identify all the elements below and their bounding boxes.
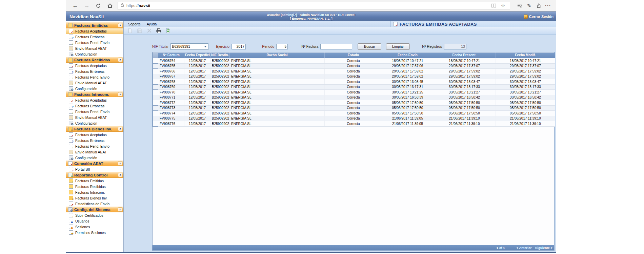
sidebar-item-facturas-emitidas[interactable]: ↑Facturas Emitidas (66, 178, 123, 184)
table-row[interactable]: FV90877212/05/2017B25902902ENERGIA SLCor… (153, 100, 555, 106)
row-selector[interactable] (153, 58, 158, 64)
row-selector[interactable] (153, 105, 158, 111)
column-header[interactable]: NIF Destin. (210, 52, 230, 58)
row-selector[interactable] (153, 74, 158, 79)
sidebar-item-subir-certificados[interactable]: ↑Subir Certificados (66, 212, 123, 218)
sidebar-item-facturas-aceptadas[interactable]: ✓Facturas Aceptadas (66, 97, 123, 103)
sidebar-item-permisos-sesiones[interactable]: ✦Permisos Sesiones (66, 230, 123, 235)
table-row[interactable]: FV90877412/05/2017B25902902ENERGIA SLCor… (153, 111, 555, 116)
share-icon[interactable] (534, 2, 543, 10)
column-header[interactable]: Razón Social (230, 52, 325, 58)
sidebar-item-env-o-manual-aeat[interactable]: ↓Envío Manual AEAT (66, 114, 123, 120)
sidebar-item-env-o-manual-aeat[interactable]: ↓Envío Manual AEAT (66, 45, 123, 51)
row-selector[interactable] (153, 121, 158, 127)
refresh-icon[interactable] (93, 1, 104, 10)
column-header[interactable]: Estado (325, 52, 382, 58)
row-selector[interactable] (153, 95, 158, 100)
sidebar-item-facturas-pend-env-o[interactable]: ↓Facturas Pend. Envío (66, 109, 123, 114)
sidebar-item-facturas-intracom-[interactable]: ↕Facturas Intracom. (66, 189, 123, 195)
sidebar-item-facturas-pend-env-o[interactable]: ↓Facturas Pend. Envío (66, 143, 123, 149)
collapse-section-icon[interactable]: « (118, 173, 122, 177)
nif-titular-select[interactable]: B62869391 (170, 43, 208, 50)
sidebar-item-configuraci-n[interactable]: ⚙Configuración (66, 155, 123, 161)
menu-soporte[interactable]: Soporte (125, 22, 144, 26)
sidebar-item-facturas-err-neas[interactable]: ?Facturas Erróneas (66, 34, 123, 40)
menu-ayuda[interactable]: Ayuda (144, 22, 160, 26)
sidebar-section-conexion-aeat[interactable]: ✕Conexión AEAT« (66, 161, 123, 166)
buscar-button[interactable]: Buscar (358, 43, 381, 50)
table-row[interactable]: FV90876812/05/2017B25902902ENERGIA SLCor… (153, 79, 555, 85)
row-selector[interactable] (153, 63, 158, 69)
sidebar-item-facturas-aceptadas[interactable]: ✓Facturas Aceptadas (66, 28, 123, 34)
row-selector[interactable] (153, 79, 158, 85)
sidebar-item-facturas-recibidas[interactable]: ↓Facturas Recibidas (66, 184, 123, 189)
home-icon[interactable] (104, 1, 116, 10)
table-row[interactable]: FV90877612/05/2017B25902902ENERGIA SLCor… (153, 121, 555, 127)
sidebar-item-facturas-err-neas[interactable]: ?Facturas Erróneas (66, 137, 123, 143)
sidebar-item-env-o-manual-aeat[interactable]: ↓Envío Manual AEAT (66, 80, 123, 86)
table-row[interactable]: FV90876612/05/2017B25902902ENERGIA SLCor… (153, 69, 555, 74)
sidebar-item-portal-sii[interactable]: ≡Portal SII (66, 166, 123, 172)
sidebar-item-configuraci-n[interactable]: ⚙Configuración (66, 51, 123, 57)
sidebar-item-facturas-err-neas[interactable]: ?Facturas Erróneas (66, 103, 123, 109)
hub-icon[interactable] (515, 2, 524, 10)
row-selector[interactable] (153, 90, 158, 95)
num-factura-input[interactable] (320, 44, 352, 49)
prev-page-button[interactable]: < Anterior (517, 246, 532, 250)
limpiar-button[interactable]: Limpiar (386, 43, 410, 50)
sidebar-item-facturas-aceptadas[interactable]: ✓Facturas Aceptadas (66, 132, 123, 137)
forward-icon[interactable]: → (81, 1, 93, 10)
refresh-button[interactable] (164, 27, 172, 34)
sidebar-item-facturas-pend-env-o[interactable]: ↓Facturas Pend. Envío (66, 40, 123, 45)
collapse-section-icon[interactable]: « (118, 161, 122, 166)
more-menu-icon[interactable]: ··· (543, 2, 553, 10)
row-selector[interactable] (153, 116, 158, 121)
periodo-input[interactable] (276, 44, 288, 49)
collapse-section-icon[interactable]: « (118, 207, 122, 212)
back-icon[interactable]: ← (69, 1, 81, 10)
row-selector[interactable] (153, 111, 158, 116)
sidebar-section-facturas-recibidas[interactable]: ↓Facturas Recibidas« (66, 57, 123, 63)
sidebar-section-facturas-emitidas[interactable]: ↑Facturas Emitidas« (66, 22, 123, 28)
logout-button[interactable]: → Cerrar Sesión (524, 15, 556, 19)
row-selector[interactable] (153, 84, 158, 90)
table-row[interactable]: FV90877012/05/2017B25902902ENERGIA SLCor… (153, 90, 555, 95)
sidebar-item-facturas-bienes-inv-[interactable]: ≡Facturas Bienes Inv. (66, 195, 123, 201)
column-header[interactable]: Fecha Envío (382, 52, 433, 58)
next-page-button[interactable]: Siguiente > (535, 246, 552, 250)
favorites-star-icon[interactable]: ☆ (498, 2, 508, 10)
print-button[interactable] (155, 27, 162, 34)
collapse-section-icon[interactable]: « (118, 58, 122, 62)
column-header[interactable]: Fecha Expedición (184, 52, 210, 58)
address-bar[interactable]: https://navsii ☆ (118, 2, 510, 10)
sidebar-item-usuarios[interactable]: ☻Usuarios (66, 218, 123, 224)
collapse-section-icon[interactable]: « (118, 23, 122, 27)
ejercicio-input[interactable] (232, 44, 246, 49)
sidebar-item-configuraci-n[interactable]: ⚙Configuración (66, 120, 123, 126)
table-row[interactable]: FV90876912/05/2017B25902902ENERGIA SLCor… (153, 84, 555, 90)
web-note-icon[interactable]: ✎ (524, 2, 534, 10)
table-row[interactable]: FV90877312/05/2017B25902902ENERGIA SLCor… (153, 105, 555, 111)
sidebar-item-sesiones[interactable]: ☻Sesiones (66, 224, 123, 230)
sidebar-section-reporting-control[interactable]: ●Reporting Control« (66, 172, 123, 178)
row-selector[interactable] (153, 69, 158, 74)
sidebar-item-configuraci-n[interactable]: ⚙Configuración (66, 86, 123, 91)
column-header[interactable]: Fecha Modif. (496, 52, 555, 58)
reading-view-icon[interactable] (489, 2, 498, 10)
sidebar-section-config-del-sistema[interactable]: ⚙Config. del Sistema« (66, 207, 123, 212)
sidebar-item-facturas-aceptadas[interactable]: ✓Facturas Aceptadas (66, 63, 123, 68)
table-row[interactable]: FV90876712/05/2017B25902902ENERGIA SLCor… (153, 74, 555, 79)
column-header[interactable]: Nº Factura (158, 52, 184, 58)
sidebar-section-facturas-intracom[interactable]: ↕Facturas Intracom.« (66, 91, 123, 97)
column-header[interactable]: Fecha Present. (433, 52, 496, 58)
sidebar-section-facturas-bienes-inv[interactable]: ≡Facturas Bienes Inv.« (66, 126, 123, 132)
sidebar-item-estad-sticas-de-env-o[interactable]: ↗Estadísticas de Envío (66, 201, 123, 207)
collapse-section-icon[interactable]: « (118, 127, 122, 131)
row-selector[interactable] (153, 100, 158, 106)
collapse-section-icon[interactable]: « (118, 92, 122, 97)
sidebar-item-facturas-pend-env-o[interactable]: ↓Facturas Pend. Envío (66, 74, 123, 80)
table-row[interactable]: FV90877512/05/2017B25902902ENERGIA SLCor… (153, 116, 555, 121)
table-row[interactable]: FV90877112/05/2017B25902902ENERGIA SLCor… (153, 95, 555, 100)
sidebar-item-facturas-err-neas[interactable]: ?Facturas Erróneas (66, 68, 123, 74)
sidebar-item-env-o-manual-aeat[interactable]: ↓Envío Manual AEAT (66, 149, 123, 155)
